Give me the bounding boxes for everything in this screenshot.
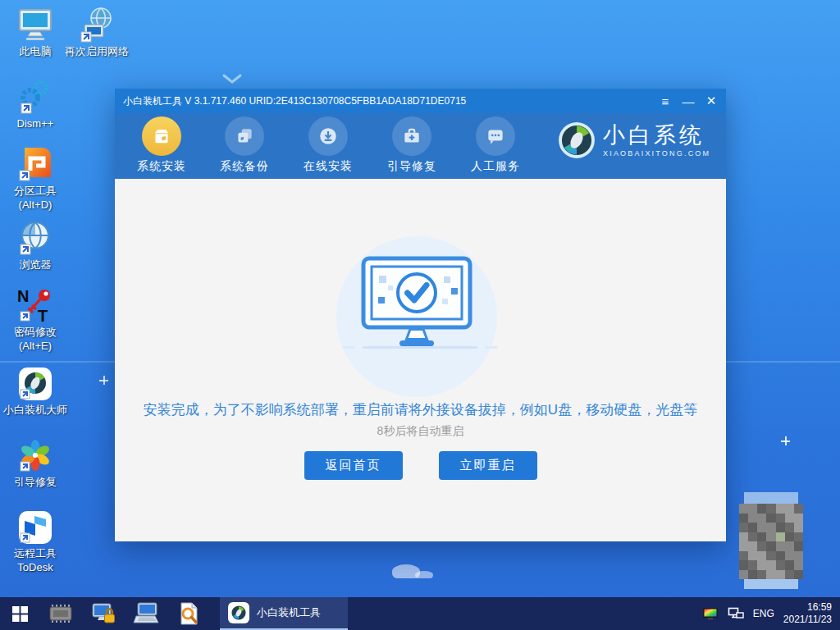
qr-mosaic-cell [766,551,775,561]
qr-mosaic-cell [794,504,803,514]
taskbar-keyboard-tool-button[interactable] [125,597,167,630]
qr-mosaic-cell [794,541,803,551]
monitor-lock-icon [91,602,116,625]
desktop-icon-label: 分区工具 (Alt+D) [0,185,71,212]
windows-logo-icon [12,606,28,622]
xiaobai-logo-icon [228,602,249,623]
qr-mosaic-cell [785,551,794,561]
svg-text:N: N [17,287,29,305]
qr-mosaic-cell [794,514,803,523]
qr-mosaic-cell [776,541,785,551]
qr-mosaic-cell [785,532,794,542]
qr-mosaic-cell [739,514,748,523]
system-tray: ENG 16:59 2021/11/23 [702,597,840,630]
qr-mosaic-cell [757,523,766,532]
qr-mosaic-cell [757,560,766,570]
return-home-button[interactable]: 返回首页 [304,451,403,480]
tab-system-install[interactable]: 系统安装 [127,116,196,174]
qr-mosaic-cell [766,532,775,542]
qr-mosaic-cell [739,523,748,532]
desktop-icon-re-enable-network[interactable]: 再次启用网络 [59,5,135,59]
close-button[interactable]: ✕ [701,91,721,111]
qr-mosaic-cell [785,523,794,532]
taskbar-active-task[interactable]: 小白装机工具 [220,597,348,630]
install-box-icon [142,116,181,156]
taskbar: 小白装机工具 ENG 16:59 2021/11/23 [0,597,840,630]
desktop-icon-label: 密码修改 (Alt+E) [0,326,71,354]
desktop-icon-label: 再次启用网络 [59,45,135,59]
keyboard-monitor-icon [133,602,159,625]
taskbar-lock-tool-button[interactable] [82,597,125,630]
qr-mosaic-cell [766,570,775,580]
cloud-decoration [392,564,420,578]
search-document-icon [177,601,200,626]
tab-label: 系统备份 [210,159,279,174]
pinwheel-repair-icon [0,436,71,473]
qr-mosaic-cell [748,560,757,570]
desktop-icon-partition-tool[interactable]: 分区工具 (Alt+D) [0,144,71,212]
install-complete-message: 安装完成，为了不影响系统部署，重启前请将外接设备拔掉，例如U盘，移动硬盘，光盘等 [115,400,726,419]
tab-boot-repair[interactable]: 引导修复 [377,116,446,174]
tab-label: 人工服务 [461,159,530,174]
qr-mosaic-cell [757,504,766,514]
qr-mosaic-cell [776,532,785,542]
desktop-icon-browser[interactable]: 浏览器 [0,218,71,272]
qr-bottom-strip [744,579,798,589]
desktop-icon-label: Dism++ [0,117,71,131]
qr-mosaic-cell [739,560,748,570]
clock[interactable]: 16:59 2021/11/23 [783,601,832,626]
desktop-icon-password-edit[interactable]: N T 密码修改 (Alt+E) [0,285,71,354]
memory-chip-icon [48,603,73,624]
restart-countdown: 8秒后将自动重启 [115,424,726,439]
qr-top-strip [744,492,798,504]
taskbar-search-tool-button[interactable] [167,597,210,630]
qr-mosaic-cell [766,541,775,551]
qr-mosaic-cell [748,570,757,580]
qr-mosaic-cell [785,560,794,570]
desktop-icon-xiaobai-master[interactable]: 小白装机大师 [0,363,71,418]
window-navbar: 系统安装 系统备份 在 [115,113,726,179]
qr-code-blurred [739,492,803,589]
qr-mosaic-cell [766,514,775,523]
qr-mosaic-cell [748,523,757,532]
language-indicator[interactable]: ENG [753,608,774,619]
qr-mosaic-cell [757,532,766,542]
qr-mosaic-cell [748,551,757,561]
svg-text:T: T [38,307,48,323]
qr-mosaic-cell [766,560,775,570]
qr-mosaic-cell [794,570,803,580]
qr-mosaic-cell [785,570,794,580]
menu-button[interactable]: ≡ [655,91,675,111]
sparkle-icon [99,376,108,385]
brand-subtitle: XIAOBAIXITONG.COM [603,149,710,158]
qr-mosaic-cell [785,504,794,514]
desktop-icon-label: 远程工具 ToDesk [0,547,71,575]
start-button[interactable] [0,597,39,630]
installer-window: 小白装机工具 V 3.1.717.460 URID:2E413C130708C5… [115,89,726,541]
brand-logo: 小白系统 XIAOBAIXITONG.COM [558,121,710,159]
qr-mosaic-cell [776,514,785,523]
desktop-icon-boot-repair[interactable]: 引导修复 [0,436,71,490]
desktop-icon-dism[interactable]: Dism++ [0,77,71,131]
desktop-icon-label: 浏览器 [0,258,71,272]
qr-mosaic-cell [776,523,785,532]
restart-now-button[interactable]: 立即重启 [439,451,537,480]
desktop-icon-todesk[interactable]: 远程工具 ToDesk [0,507,71,575]
tab-human-service[interactable]: 人工服务 [461,116,530,174]
ground-dashed-line [342,346,498,349]
re-enable-network-icon [59,5,135,43]
tab-system-backup[interactable]: 系统备份 [210,116,279,174]
network-tray-icon[interactable] [728,607,744,620]
display-color-tray-icon[interactable] [702,607,719,621]
window-titlebar[interactable]: 小白装机工具 V 3.1.717.460 URID:2E413C130708C5… [115,89,726,113]
qr-mosaic-cell [748,532,757,542]
desktop-icon-label: 小白装机大师 [0,404,71,418]
dism-gears-icon [0,77,71,115]
taskbar-memory-tool-button[interactable] [39,597,82,630]
qr-mosaic-cell [776,570,785,580]
tab-online-install[interactable]: 在线安装 [294,116,363,174]
minimize-button[interactable]: — [678,91,698,111]
desktop-icon-label: 引导修复 [0,476,71,490]
window-content: 安装完成，为了不影响系统部署，重启前请将外接设备拔掉，例如U盘，移动硬盘，光盘等… [115,179,726,541]
qr-mosaic-cell [757,551,766,561]
